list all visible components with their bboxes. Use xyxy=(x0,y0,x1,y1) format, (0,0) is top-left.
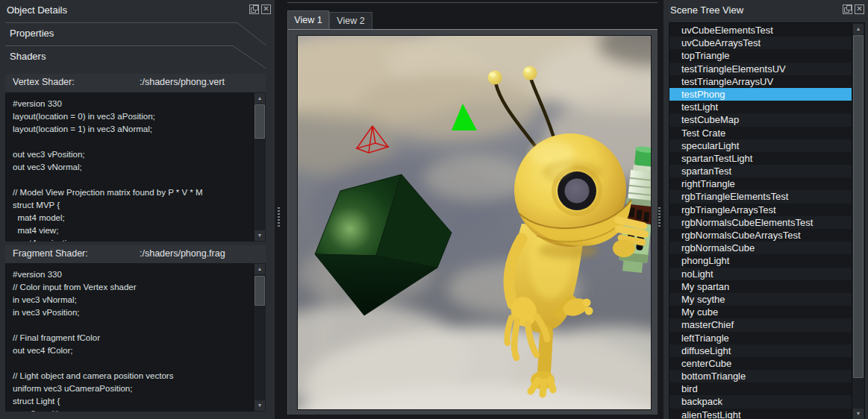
tree-item[interactable]: backpack xyxy=(669,395,852,408)
tree-item[interactable]: Test Crate xyxy=(669,127,852,139)
code-line: mat4 view; xyxy=(13,224,252,237)
code-line: uniform vec3 uCameraPosition; xyxy=(13,382,252,395)
tree-item[interactable]: bird xyxy=(669,382,852,395)
code-line: // Model View Projection matrix found by… xyxy=(13,186,252,199)
code-line: out vec4 fColor; xyxy=(13,344,252,357)
close-icon[interactable]: ✕ xyxy=(261,4,271,14)
fragment-shader-code-editor[interactable]: #version 330// Color input from Vertex s… xyxy=(5,263,266,412)
tree-item[interactable]: My scythe xyxy=(669,293,852,306)
tab-properties[interactable]: Properties xyxy=(0,22,275,45)
vertex-shader-code-editor[interactable]: #version 330layout(location = 0) in vec3… xyxy=(5,92,266,242)
scene-tree-scrollbar[interactable]: ▲ ▼ xyxy=(852,23,864,419)
scroll-up-icon[interactable]: ▲ xyxy=(853,24,864,34)
tree-item[interactable]: leftTriangle xyxy=(669,332,852,344)
float-icon[interactable] xyxy=(249,4,259,14)
tree-item[interactable]: testCubeMap xyxy=(669,113,852,126)
tab-view-2[interactable]: View 2 xyxy=(329,12,372,29)
object-details-titlebar: Object Details ✕ xyxy=(0,0,275,20)
code-line: out vec3 vNormal; xyxy=(13,161,252,174)
fragment-shader-label: Fragment Shader: xyxy=(13,248,88,259)
tree-item[interactable]: spartanTest xyxy=(669,165,852,177)
tree-item[interactable]: uvCubeElementsTest xyxy=(669,24,852,37)
tree-item[interactable]: rgbTriangleElementsTest xyxy=(669,190,852,203)
code-line: layout(location = 0) in vec3 aPosition; xyxy=(13,110,252,123)
code-line: struct Light { xyxy=(13,395,252,408)
code-line: vec3 position; xyxy=(13,408,252,412)
tree-item[interactable]: topTriangle xyxy=(669,49,852,62)
tab-properties-label: Properties xyxy=(10,28,54,39)
tree-item[interactable]: My spartan xyxy=(669,280,852,293)
scene-tree-list[interactable]: uvCubeElementsTestuvCubeArraysTesttopTri… xyxy=(669,22,865,419)
antenna-ball xyxy=(488,71,502,85)
vertex-shader-path: :/shaders/phong.vert xyxy=(140,77,225,87)
splitter-dots xyxy=(278,207,280,227)
scrollbar-thumb[interactable] xyxy=(853,35,864,378)
code-line: #version 330 xyxy=(13,268,252,281)
code-line xyxy=(13,136,252,148)
tree-item[interactable]: noLight xyxy=(669,268,852,280)
viewport-3d[interactable] xyxy=(297,35,652,410)
tree-item[interactable]: centerCube xyxy=(669,357,852,370)
code-line xyxy=(13,319,252,332)
tree-item[interactable]: rightTriangle xyxy=(669,177,852,190)
object-details-panel: Object Details ✕ Properties Shaders Vert… xyxy=(0,0,275,419)
tree-item[interactable]: diffuseLight xyxy=(669,344,852,357)
tab-shaders[interactable]: Shaders xyxy=(0,45,275,69)
tree-item[interactable]: rgbNormalsCubeArraysTest xyxy=(669,229,852,242)
fragment-code-scrollbar[interactable]: ▲ ▼ xyxy=(253,263,266,412)
tab-shaders-label: Shaders xyxy=(10,51,46,62)
scroll-down-icon[interactable]: ▼ xyxy=(255,230,265,241)
tab-view-1[interactable]: View 1 xyxy=(287,10,329,29)
tree-item[interactable]: testTriangleElementsUV xyxy=(669,63,852,75)
code-line: #version 330 xyxy=(13,98,252,110)
code-line: mat4 projection; xyxy=(13,237,252,242)
code-line: out vec3 vPosition; xyxy=(13,148,252,161)
tree-item[interactable]: testTriangleArraysUV xyxy=(669,75,852,88)
tree-item[interactable]: rgbNormalsCubeElementsTest xyxy=(669,216,852,229)
tree-item[interactable]: phongLight xyxy=(669,254,852,267)
vertex-shader-label: Vertex Shader: xyxy=(13,77,75,87)
float-icon[interactable] xyxy=(843,4,852,14)
vertex-shader-row: Vertex Shader: :/shaders/phong.vert xyxy=(5,74,266,92)
scene-tree-titlebar: Scene Tree View ✕ xyxy=(664,0,868,20)
splitter-dots xyxy=(658,207,661,227)
tree-item[interactable]: testLight xyxy=(669,101,852,113)
tree-item[interactable]: masterChief xyxy=(669,318,852,331)
vertex-code-lines: #version 330layout(location = 0) in vec3… xyxy=(13,98,252,242)
scroll-up-icon[interactable]: ▲ xyxy=(255,93,265,104)
vertex-code-scrollbar[interactable]: ▲ ▼ xyxy=(253,92,266,242)
tree-item[interactable]: specularLight xyxy=(669,139,852,152)
scrollbar-thumb[interactable] xyxy=(255,104,265,139)
fragment-shader-path: :/shaders/phong.frag xyxy=(140,248,225,259)
code-line: in vec3 vNormal; xyxy=(13,294,252,306)
code-line xyxy=(13,357,252,370)
right-splitter-handle[interactable] xyxy=(658,0,661,419)
scroll-down-icon[interactable]: ▼ xyxy=(853,409,864,419)
view-tabbar: View 1 View 2 xyxy=(287,10,372,29)
tree-item[interactable]: testPhong xyxy=(669,88,852,101)
scene-tree-items: uvCubeElementsTestuvCubeArraysTesttopTri… xyxy=(669,24,852,419)
tree-item[interactable]: bottomTriangle xyxy=(669,370,852,382)
center-top-line xyxy=(287,2,658,3)
tree-item[interactable]: My cube xyxy=(669,306,852,318)
left-splitter-handle[interactable] xyxy=(277,0,281,419)
tree-item[interactable]: rgbTriangleArraysTest xyxy=(669,204,852,216)
scrollbar-thumb[interactable] xyxy=(255,276,265,306)
code-line xyxy=(13,174,252,186)
close-icon[interactable]: ✕ xyxy=(855,4,864,14)
fragment-shader-row: Fragment Shader: :/shaders/phong.frag xyxy=(5,245,266,263)
tree-item[interactable]: rgbNormalsCube xyxy=(669,242,852,254)
code-line: // Final fragment fColor xyxy=(13,332,252,344)
tree-item[interactable]: uvCubeArraysTest xyxy=(669,37,852,49)
scroll-down-icon[interactable]: ▼ xyxy=(255,400,265,411)
code-line: // Color input from Vertex shader xyxy=(13,281,252,294)
code-line: in vec3 vPosition; xyxy=(13,306,252,319)
code-line: mat4 model; xyxy=(13,212,252,224)
tree-item[interactable]: spartanTestLight xyxy=(669,152,852,165)
code-line: struct MVP { xyxy=(13,199,252,212)
rendered-scene xyxy=(298,36,651,409)
panel-title: Object Details xyxy=(0,4,67,16)
scroll-up-icon[interactable]: ▲ xyxy=(255,264,265,274)
application-window: Object Details ✕ Properties Shaders Vert… xyxy=(0,0,868,419)
tree-item[interactable]: alienTestLight xyxy=(669,409,852,419)
